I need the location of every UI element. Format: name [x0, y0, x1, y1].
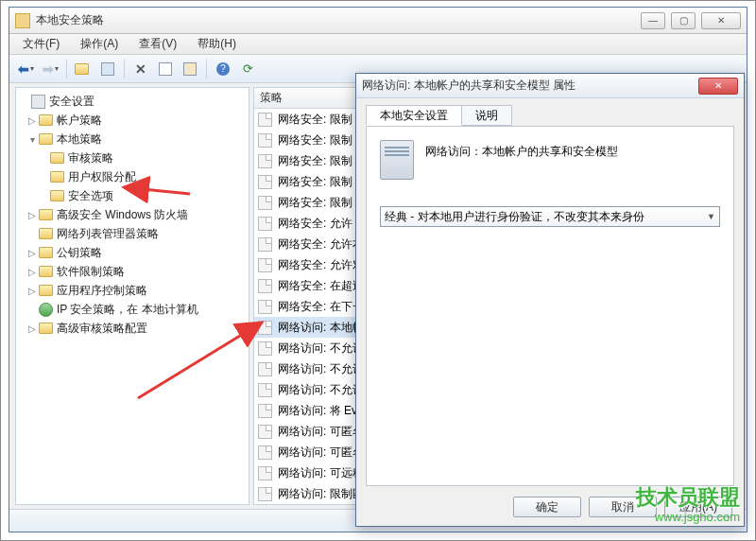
- list-item-label: 网络访问: 本地帐: [278, 320, 364, 336]
- dialog-titlebar: 网络访问: 本地帐户的共享和安全模型 属性 ✕: [356, 74, 744, 98]
- folder-icon: [39, 247, 53, 258]
- list-item-label: 网络安全: 在下一: [278, 299, 364, 315]
- tree-root[interactable]: 安全设置: [18, 92, 247, 111]
- nav-back-button[interactable]: ⬅▾: [15, 59, 36, 79]
- properties-button[interactable]: [155, 59, 176, 79]
- policy-icon: [258, 196, 272, 210]
- policy-icon: [258, 279, 272, 293]
- policy-icon: [258, 445, 272, 460]
- list-item-label: 网络访问: 不允许: [278, 382, 364, 398]
- tree-item-public-key[interactable]: ▷公钥策略: [18, 243, 247, 262]
- folder-icon: [50, 152, 64, 164]
- list-item-label: 网络安全: 限制: [278, 132, 352, 148]
- policy-icon: [258, 258, 272, 272]
- folder-icon: [50, 190, 64, 201]
- menu-file[interactable]: 文件(F): [13, 34, 69, 54]
- policy-icon: [258, 466, 272, 480]
- up-button[interactable]: [73, 59, 94, 79]
- menu-help[interactable]: 帮助(H): [188, 34, 246, 54]
- folder-icon: [39, 266, 53, 277]
- menu-action[interactable]: 操作(A): [71, 34, 128, 54]
- dialog-heading: 网络访问：本地帐户的共享和安全模型: [425, 140, 618, 160]
- list-item-label: 网络访问: 不允许: [278, 340, 364, 357]
- tree-item-network-list[interactable]: 网络列表管理器策略: [18, 224, 247, 243]
- list-item-label: 网络安全: 限制: [278, 112, 352, 128]
- folder-icon: [39, 114, 53, 126]
- watermark-title: 技术员联盟: [636, 485, 740, 510]
- properties-dialog: 网络访问: 本地帐户的共享和安全模型 属性 ✕ 本地安全设置 说明 网络访问：本…: [355, 73, 745, 527]
- window-minimize-button[interactable]: —: [641, 12, 665, 29]
- policy-icon: [258, 362, 272, 376]
- policy-icon: [258, 404, 272, 418]
- dialog-title: 网络访问: 本地帐户的共享和安全模型 属性: [362, 78, 698, 94]
- list-item-label: 网络访问: 不允许: [278, 361, 364, 377]
- tree-item-security-options[interactable]: 安全选项: [18, 186, 247, 205]
- app-icon: [15, 13, 30, 28]
- list-item-label: 网络安全: 允许本: [278, 236, 364, 253]
- nav-forward-button[interactable]: ➡▾: [40, 59, 60, 79]
- list-item-label: 网络安全: 在超过: [278, 278, 364, 294]
- delete-button[interactable]: ✕: [130, 59, 151, 79]
- list-item-label: 网络访问: 限制匿: [278, 486, 364, 502]
- show-hide-button[interactable]: [97, 59, 118, 79]
- tree-item-audit-policy[interactable]: 审核策略: [18, 148, 247, 167]
- dialog-tabstrip: 本地安全设置 说明: [366, 104, 734, 127]
- folder-icon: [39, 285, 53, 296]
- folder-icon: [39, 133, 53, 145]
- titlebar: 本地安全策略 — ▢ ✕: [9, 8, 747, 34]
- tree-item-account-policy[interactable]: ▷帐户策略: [18, 111, 247, 130]
- policy-icon: [258, 321, 272, 335]
- tree-item-app-control[interactable]: ▷应用程序控制策略: [18, 281, 247, 300]
- watermark-url: www.jsgho.com: [636, 510, 740, 525]
- policy-icon: [258, 300, 272, 314]
- folder-icon: [50, 171, 64, 183]
- policy-icon: [258, 175, 272, 189]
- policy-icon: [258, 133, 272, 148]
- policy-icon: [258, 217, 272, 231]
- folder-icon: [39, 228, 53, 239]
- toolbar-separator: [124, 60, 125, 79]
- refresh-button[interactable]: ⟳: [237, 59, 258, 79]
- folder-icon: [39, 209, 53, 220]
- policy-icon: [258, 487, 272, 501]
- tree-item-firewall[interactable]: ▷高级安全 Windows 防火墙: [18, 205, 247, 224]
- tree-item-user-rights[interactable]: 用户权限分配: [18, 167, 247, 186]
- list-item-label: 网络安全: 限制: [278, 174, 352, 190]
- tab-explain[interactable]: 说明: [461, 105, 512, 126]
- policy-icon: [258, 425, 272, 439]
- list-item-label: 网络访问: 将 Eve: [278, 403, 364, 419]
- list-item-label: 网络安全: 允许对: [278, 257, 364, 273]
- list-item-label: 网络安全: 限制: [278, 195, 352, 211]
- list-item-label: 网络访问: 可远程: [278, 465, 364, 481]
- ok-button[interactable]: 确定: [513, 497, 581, 517]
- tree-item-ip-security[interactable]: IP 安全策略，在 本地计算机: [18, 300, 247, 319]
- folder-icon: [39, 323, 53, 334]
- watermark: 技术员联盟 www.jsgho.com: [636, 485, 740, 525]
- policy-icon: [258, 341, 272, 356]
- dialog-close-button[interactable]: ✕: [698, 78, 738, 95]
- tree-pane: 安全设置 ▷帐户策略 ▾本地策略 审核策略 用户权限分配 安全选项 ▷高级安全 …: [15, 87, 249, 505]
- menu-view[interactable]: 查看(V): [129, 34, 186, 54]
- menubar: 文件(F) 操作(A) 查看(V) 帮助(H): [9, 34, 747, 55]
- policy-icon: [258, 237, 272, 252]
- list-item-label: 网络安全: 允许: [278, 216, 352, 232]
- chevron-down-icon: ▼: [707, 212, 715, 221]
- list-item-label: 网络安全: 限制: [278, 153, 352, 169]
- globe-icon: [39, 303, 53, 317]
- tab-local-security[interactable]: 本地安全设置: [366, 105, 462, 126]
- security-model-combobox[interactable]: 经典 - 对本地用户进行身份验证，不改变其本来身份 ▼: [380, 206, 720, 227]
- policy-icon: [258, 154, 272, 168]
- window-close-button[interactable]: ✕: [701, 12, 741, 29]
- toolbar-separator: [206, 60, 207, 79]
- help-button[interactable]: ?: [213, 59, 233, 79]
- dialog-tab-panel: 网络访问：本地帐户的共享和安全模型 经典 - 对本地用户进行身份验证，不改变其本…: [366, 127, 734, 486]
- tree-item-software-restrict[interactable]: ▷软件限制策略: [18, 262, 247, 281]
- window-maximize-button[interactable]: ▢: [671, 12, 696, 29]
- tree-item-local-policy[interactable]: ▾本地策略: [18, 130, 247, 148]
- export-button[interactable]: [180, 59, 200, 79]
- combobox-value: 经典 - 对本地用户进行身份验证，不改变其本来身份: [385, 209, 644, 225]
- window-title: 本地安全策略: [36, 12, 641, 28]
- tree-item-adv-audit[interactable]: ▷高级审核策略配置: [18, 319, 247, 338]
- shield-icon: [31, 95, 45, 109]
- policy-icon: [258, 383, 272, 397]
